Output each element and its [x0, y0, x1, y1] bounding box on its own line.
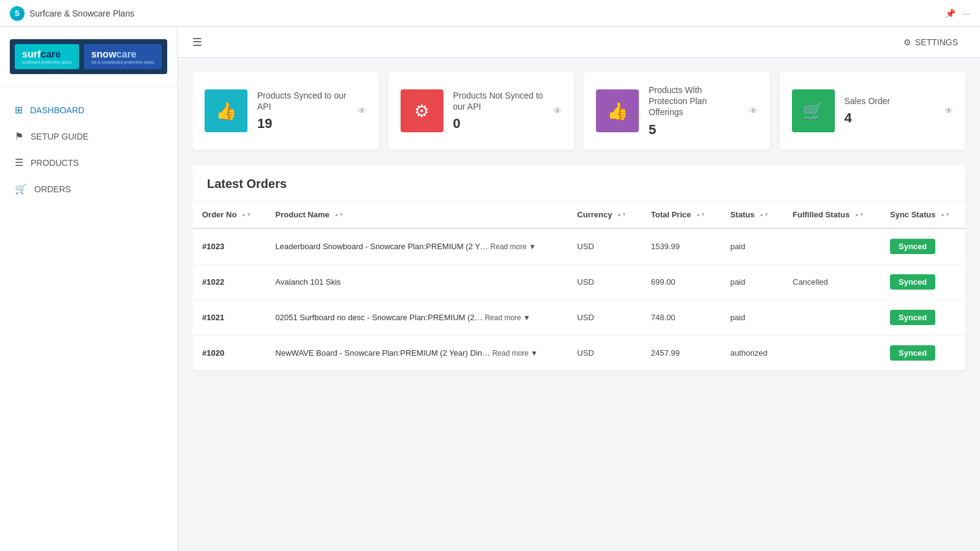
- col-header-order-no[interactable]: Order No ▲▼: [192, 201, 266, 228]
- pin-icon[interactable]: 📌: [945, 9, 956, 18]
- read-more-link[interactable]: Read more ▼: [492, 349, 538, 358]
- app-layout: surfcare surfboard protection plans snow…: [0, 27, 980, 551]
- logo-snowcare: snowcare ski & snowboard protection plan…: [84, 44, 162, 69]
- sidebar-item-label-orders: ORDERS: [34, 184, 71, 194]
- stat-cards: 👍 Products Synced to our API 19 👁 ⚙ Prod…: [192, 72, 965, 150]
- top-bar: ☰ ⚙ SETTINGS: [178, 27, 980, 58]
- cell-sync-status: Synced: [880, 299, 965, 335]
- cell-product-name: NewWAVE Board - Snowcare Plan:PREMIUM (2…: [266, 335, 568, 370]
- cell-status: paid: [720, 264, 783, 299]
- stat-info-synced: Products Synced to our API 19: [257, 90, 348, 132]
- col-header-fulfilled-status[interactable]: Fulfilled Status ▲▼: [783, 201, 880, 228]
- stat-eye-protection-plan[interactable]: 👁: [749, 106, 758, 116]
- stat-value-protection-plan: 5: [649, 122, 739, 138]
- cell-status: authorized: [720, 335, 783, 370]
- stat-value-not-synced: 0: [453, 116, 544, 132]
- more-icon[interactable]: ···: [963, 9, 970, 18]
- latest-orders-section: Latest Orders Order No ▲▼ Product Name ▲…: [192, 165, 965, 370]
- col-header-sync-status[interactable]: Sync Status ▲▼: [880, 201, 965, 228]
- table-row: #1022 Avalanch 101 Skis USD 699.00 paid …: [192, 264, 965, 299]
- cell-fulfilled-status: Cancelled: [783, 264, 880, 299]
- surfcare-brand: surfcare: [22, 49, 72, 60]
- sort-icon-status: ▲▼: [760, 212, 769, 217]
- stat-label-sales-order: Sales Order: [845, 96, 935, 107]
- stat-eye-synced[interactable]: 👁: [358, 106, 366, 116]
- sort-icon-sync-status: ▲▼: [940, 212, 950, 217]
- table-row: #1020 NewWAVE Board - Snowcare Plan:PREM…: [192, 335, 965, 370]
- read-more-link[interactable]: Read more ▼: [491, 242, 537, 251]
- latest-orders-title: Latest Orders: [192, 165, 965, 201]
- stat-info-not-synced: Products Not Synced to our API 0: [453, 90, 544, 132]
- stat-card-synced: 👍 Products Synced to our API 19 👁: [192, 72, 379, 150]
- hamburger-icon[interactable]: ☰: [192, 36, 202, 49]
- synced-badge: Synced: [890, 274, 935, 290]
- sidebar-item-orders[interactable]: 🛒 ORDERS: [0, 176, 177, 202]
- sidebar-nav: ⊞ DASHBOARD ⚑ SETUP GUIDE ☰ PRODUCTS 🛒 O…: [0, 87, 177, 551]
- cell-fulfilled-status: [783, 335, 880, 370]
- stat-label-protection-plan: Products With Protection Plan Offerings: [649, 84, 739, 118]
- col-header-currency[interactable]: Currency ▲▼: [567, 201, 641, 228]
- cell-fulfilled-status: [783, 299, 880, 335]
- content-area: 👍 Products Synced to our API 19 👁 ⚙ Prod…: [178, 58, 980, 385]
- orders-icon: 🛒: [15, 183, 27, 195]
- read-more-link[interactable]: Read more ▼: [484, 313, 530, 322]
- cell-order-no: #1022: [192, 264, 266, 299]
- cell-product-name: Leaderboard Snowboard - Snowcare Plan:PR…: [266, 228, 568, 264]
- synced-badge: Synced: [890, 239, 935, 254]
- synced-badge: Synced: [890, 345, 935, 361]
- stat-label-synced: Products Synced to our API: [257, 90, 348, 112]
- cell-order-no: #1020: [192, 335, 266, 370]
- app-title: Surfcare & Snowcare Plans: [29, 9, 134, 18]
- title-bar-actions: 📌 ···: [945, 9, 970, 18]
- snowcare-brand: snowcare: [91, 49, 154, 60]
- snowcare-sub: ski & snowboard protection plans: [91, 60, 154, 64]
- read-more-text: Read more ▼: [491, 242, 537, 251]
- sidebar-item-dashboard[interactable]: ⊞ DASHBOARD: [0, 97, 177, 123]
- sidebar-item-products[interactable]: ☰ PRODUCTS: [0, 149, 177, 176]
- product-name-text: 02051 Surfboard no desc - Snowcare Plan:…: [276, 313, 483, 322]
- logo-surfcare: surfcare surfboard protection plans: [15, 44, 79, 69]
- col-header-product-name[interactable]: Product Name ▲▼: [266, 201, 568, 228]
- orders-table: Order No ▲▼ Product Name ▲▼ Currency ▲▼: [192, 201, 965, 370]
- sidebar-item-label-products: PRODUCTS: [31, 158, 79, 168]
- settings-label: SETTINGS: [915, 37, 958, 47]
- stat-info-protection-plan: Products With Protection Plan Offerings …: [649, 84, 739, 138]
- cell-currency: USD: [567, 335, 641, 370]
- col-header-total-price[interactable]: Total Price ▲▼: [641, 201, 720, 228]
- stat-card-not-synced: ⚙ Products Not Synced to our API 0 👁: [388, 72, 575, 150]
- sidebar: surfcare surfboard protection plans snow…: [0, 27, 178, 551]
- sidebar-item-label-setup: SETUP GUIDE: [31, 132, 89, 141]
- cell-total-price: 2457.99: [641, 335, 720, 370]
- cell-sync-status: Synced: [880, 228, 965, 264]
- synced-badge: Synced: [890, 310, 935, 325]
- stat-card-sales-order: 🛒 Sales Order 4 👁: [780, 72, 966, 150]
- cell-sync-status: Synced: [880, 335, 965, 370]
- main-content: ☰ ⚙ SETTINGS 👍 Products Synced to our AP…: [178, 27, 980, 551]
- table-row: #1021 02051 Surfboard no desc - Snowcare…: [192, 299, 965, 335]
- stat-value-synced: 19: [257, 116, 348, 132]
- cell-total-price: 699.00: [641, 264, 720, 299]
- cell-product-name: Avalanch 101 Skis: [266, 264, 568, 299]
- sidebar-item-label-dashboard: DASHBOARD: [30, 105, 85, 115]
- cell-currency: USD: [567, 228, 641, 264]
- stat-icon-synced: 👍: [205, 89, 247, 132]
- stat-eye-sales-order[interactable]: 👁: [944, 106, 953, 116]
- settings-button[interactable]: ⚙ SETTINGS: [896, 34, 965, 51]
- stat-eye-not-synced[interactable]: 👁: [553, 106, 562, 116]
- sort-icon-fulfilled-status: ▲▼: [854, 212, 864, 217]
- stat-icon-sales-order: 🛒: [792, 89, 835, 132]
- col-header-status[interactable]: Status ▲▼: [720, 201, 783, 228]
- sidebar-item-setup-guide[interactable]: ⚑ SETUP GUIDE: [0, 123, 177, 149]
- cell-total-price: 1539.99: [641, 228, 720, 264]
- cell-order-no: #1023: [192, 228, 266, 264]
- cell-status: paid: [720, 299, 783, 335]
- sort-icon-order-no: ▲▼: [241, 212, 251, 217]
- stat-info-sales-order: Sales Order 4: [845, 96, 935, 126]
- cell-product-name: 02051 Surfboard no desc - Snowcare Plan:…: [266, 299, 568, 335]
- title-bar: S Surfcare & Snowcare Plans 📌 ···: [0, 0, 980, 27]
- products-icon: ☰: [15, 157, 23, 168]
- sidebar-logo: surfcare surfboard protection plans snow…: [0, 27, 177, 87]
- product-name-text: Avalanch 101 Skis: [276, 277, 341, 287]
- read-more-text: Read more ▼: [492, 349, 538, 358]
- dashboard-icon: ⊞: [15, 104, 23, 116]
